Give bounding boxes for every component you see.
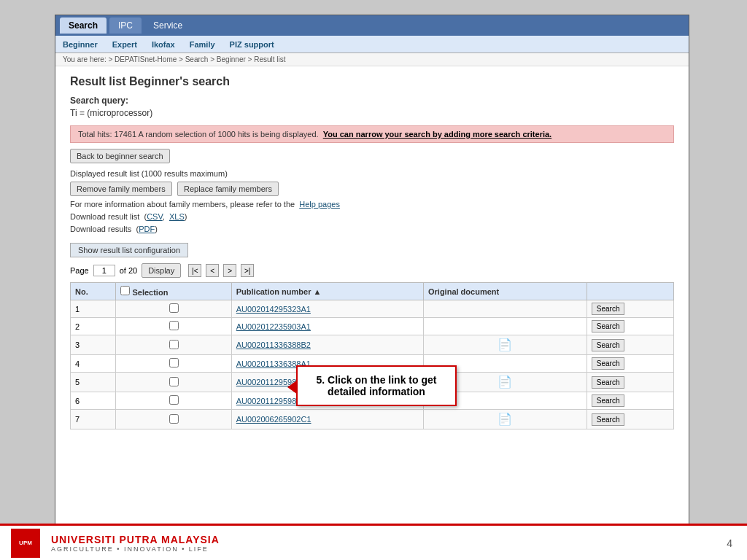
row-pub-number: AU002006265902C1 [231,410,423,429]
display-button[interactable]: Display [142,263,181,278]
row-pub-number: AU002012235903A1 [231,318,423,335]
row-checkbox[interactable] [169,358,179,368]
tooltip-box: 5. Click on the link to get detailed inf… [296,365,457,406]
row-search-cell: Search [587,373,673,392]
row-search-cell: Search [587,355,673,373]
row-search-button[interactable]: Search [592,394,625,407]
footer: UPM UNIVERSITI PUTRA MALAYSIA AGRICULTUR… [0,524,747,560]
pub-number-link[interactable]: AU002006265902C1 [236,415,311,424]
prev-page-button[interactable]: < [206,264,219,277]
config-button[interactable]: Show result list configuration [70,243,188,257]
back-to-beginner-button[interactable]: Back to beginner search [70,149,170,163]
page-title: Result list Beginner's search [70,75,674,88]
table-row: 7AU002006265902C1📄Search [71,410,674,429]
pub-number-link[interactable]: AU002014295323A1 [236,305,311,314]
last-page-button[interactable]: >| [241,264,254,277]
page-total: of 20 [120,266,137,275]
row-search-button[interactable]: Search [592,303,625,315]
next-page-button[interactable]: > [223,264,236,277]
row-checkbox-cell [116,392,231,410]
results-table: No. Selection Publication number ▲ Origi… [70,282,674,429]
nav-tab-ipc[interactable]: IPC [109,18,142,34]
displayed-label: Displayed result list (1000 results maxi… [70,169,674,178]
pdf-icon[interactable]: 📄 [498,412,512,427]
xls-link[interactable]: XLS [169,212,185,221]
row-no: 4 [71,355,116,373]
download-results-section: Download results (PDF) [70,225,674,233]
col-pub: Publication number ▲ [231,283,423,300]
help-pages-link[interactable]: Help pages [299,200,340,209]
row-checkbox-cell [116,300,231,318]
row-pub-number: AU002014295323A1 [231,300,423,318]
col-original: Original document [424,283,587,300]
row-search-cell: Search [587,392,673,410]
row-search-button[interactable]: Search [592,357,625,370]
download-results-label: Download results [70,225,131,233]
pdf-icon[interactable]: 📄 [498,375,512,389]
subnav-family[interactable]: Family [190,40,215,49]
pdf-link[interactable]: PDF [139,225,155,233]
row-checkbox-cell [116,410,231,429]
row-no: 1 [71,300,116,318]
subnav-piz[interactable]: PIZ support [230,40,274,49]
csv-link[interactable]: CSV [147,212,163,221]
pub-number-link[interactable]: AU002011336388B2 [236,341,311,349]
nav-tab-service[interactable]: Service [144,18,191,34]
col-search [587,283,673,300]
footer-logo: UPM [11,529,40,558]
row-no: 5 [71,373,116,392]
row-search-button[interactable]: Search [592,339,625,351]
row-checkbox-cell [116,335,231,355]
col-selection: Selection [116,283,231,300]
row-checkbox-cell [116,373,231,392]
row-search-button[interactable]: Search [592,376,625,389]
row-checkbox[interactable] [169,303,179,313]
table-row: 1AU002014295323A1Search [71,300,674,318]
tooltip-arrow [287,380,298,394]
slide-container: Search IPC Service Beginner Expert Ikofa… [55,15,689,525]
row-checkbox[interactable] [169,395,179,405]
row-checkbox-cell [116,318,231,335]
row-search-button[interactable]: Search [592,413,625,426]
narrow-search-link[interactable]: You can narrow your search by adding mor… [323,130,551,139]
row-checkbox[interactable] [169,321,179,330]
row-checkbox-cell [116,355,231,373]
row-no: 7 [71,410,116,429]
row-search-cell: Search [587,318,673,335]
subnav-expert[interactable]: Expert [112,40,137,49]
row-original-doc [424,300,587,318]
row-checkbox[interactable] [169,414,179,424]
table-controls: Page of 20 Display |< < > >| [70,263,674,278]
info-bar: Total hits: 17461 A random selection of … [70,125,674,143]
sub-nav: Beginner Expert Ikofax Family PIZ suppor… [55,36,689,53]
row-original-doc: 📄 [424,335,587,355]
subnav-ikofax[interactable]: Ikofax [152,40,175,49]
select-all-checkbox[interactable] [120,286,130,295]
search-query-value: Ti = (microprocessor) [70,108,674,118]
nav-tab-search[interactable]: Search [60,18,107,34]
pub-number-link[interactable]: AU002012235903A1 [236,322,311,331]
download-list-section: Download result list (CSV, XLS) [70,212,674,221]
footer-university: UNIVERSITI PUTRA MALAYSIA [51,534,220,545]
row-search-button[interactable]: Search [592,320,625,332]
replace-family-button[interactable]: Replace family members [177,182,279,196]
row-no: 6 [71,392,116,410]
info-bar-text: Total hits: 17461 A random selection of … [78,130,319,139]
family-note: For more information about family member… [70,200,674,209]
breadcrumb: You are here: > DEPATISnet-Home > Search… [55,53,689,66]
page-label: Page [70,266,89,275]
tooltip-text: 5. Click on the link to get detailed inf… [317,374,437,397]
page-input[interactable] [93,265,115,276]
pdf-icon[interactable]: 📄 [498,338,512,352]
row-checkbox[interactable] [169,377,179,386]
row-checkbox[interactable] [169,340,179,349]
row-search-cell: Search [587,300,673,318]
row-pub-number: AU002011336388B2 [231,335,423,355]
first-page-button[interactable]: |< [188,264,201,277]
row-original-doc: 📄 [424,410,587,429]
footer-page-number: 4 [727,537,732,549]
footer-text-block: UNIVERSITI PUTRA MALAYSIA AGRICULTURE • … [51,534,220,553]
download-list-label: Download result list [70,212,139,221]
subnav-beginner[interactable]: Beginner [63,40,98,49]
remove-family-button[interactable]: Remove family members [70,182,172,196]
